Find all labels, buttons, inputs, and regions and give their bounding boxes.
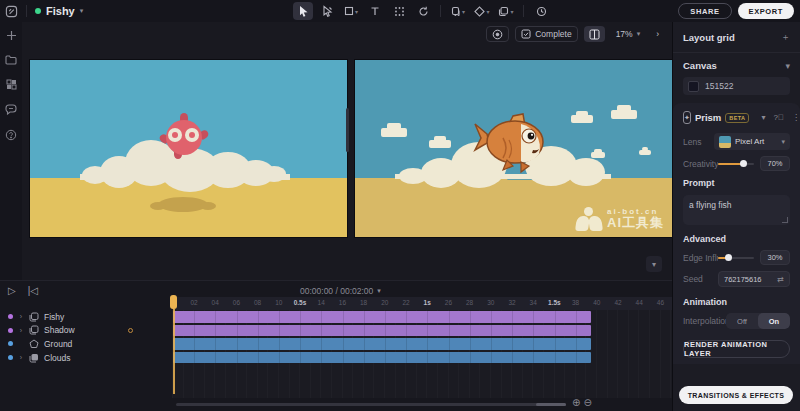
render-canvas-frame[interactable]: ai-bot.cn AI工具集 <box>355 60 672 237</box>
canvas-scrollbar[interactable] <box>346 108 349 152</box>
track-row[interactable]: Ground <box>0 337 172 351</box>
cloud <box>567 158 605 186</box>
timeline-lane[interactable] <box>172 310 672 398</box>
skip-start-button[interactable]: |◁ <box>28 285 38 296</box>
add-icon[interactable]: ＋ <box>781 31 790 44</box>
ruler-tick: 14 <box>311 299 331 306</box>
edge-influence-slider[interactable] <box>718 257 754 259</box>
prism-header[interactable]: ✦ Prism BETA ▾ ?⃝ ⋮ <box>673 103 800 130</box>
app-logo-icon[interactable] <box>0 5 22 18</box>
history-tool[interactable] <box>531 2 551 20</box>
ruler-tick: 34 <box>523 299 543 306</box>
render-animation-layer-button[interactable]: RENDER ANIMATION LAYER <box>683 340 790 358</box>
ruler-tick: 28 <box>460 299 480 306</box>
direct-select-tool[interactable] <box>317 2 337 20</box>
source-canvas-frame[interactable] <box>30 60 347 237</box>
rotate-tool[interactable] <box>413 2 433 20</box>
expand-chevron-icon[interactable]: › <box>18 327 24 334</box>
track-name: Clouds <box>44 353 70 363</box>
transitions-effects-button[interactable]: TRANSITIONS & EFFECTS <box>679 386 793 404</box>
kebab-menu-icon[interactable]: ⋮ <box>792 113 800 122</box>
folder-icon[interactable] <box>5 55 17 65</box>
select-tool[interactable] <box>293 2 313 20</box>
timeline-clip-bar[interactable] <box>173 352 591 364</box>
shuffle-icon[interactable]: ⇄ <box>777 275 784 284</box>
timeline-clip-bar[interactable] <box>173 311 591 323</box>
share-button[interactable]: SHARE <box>678 3 731 19</box>
transport-controls: ▷ |◁ <box>8 285 38 296</box>
diamond-tool[interactable]: ▾ <box>472 2 492 20</box>
timeline-scroll-handle[interactable] <box>536 403 566 406</box>
track-row[interactable]: ›Fishy <box>0 310 172 324</box>
timeline-ruler[interactable]: 02040608100.5s14161820221s26283032341.5s… <box>172 297 672 310</box>
project-status-dot <box>35 8 41 14</box>
text-tool[interactable] <box>365 2 385 20</box>
help-icon[interactable]: ?⃝ <box>773 113 783 122</box>
help-icon[interactable] <box>5 129 17 141</box>
split-view-button[interactable] <box>584 26 605 42</box>
cloud <box>639 150 651 155</box>
track-row[interactable]: ›Clouds <box>0 351 172 365</box>
transform-tool[interactable] <box>389 2 409 20</box>
time-display-dropdown[interactable]: 00:00:00 / 00:02:00 ▾ <box>300 286 381 296</box>
cloud-base <box>395 174 611 179</box>
expand-chevron-icon[interactable]: › <box>18 313 24 320</box>
play-button[interactable]: ▷ <box>8 285 16 296</box>
ruler-tick: 08 <box>248 299 268 306</box>
track-row[interactable]: ›Shadow <box>0 324 172 338</box>
cloud <box>591 152 605 158</box>
canvas-section-header[interactable]: Canvas ▾ <box>683 60 790 71</box>
toolbar-divider <box>440 5 441 17</box>
layout-grid-title: Layout grid <box>683 32 735 43</box>
canvas-workspace[interactable]: Complete 17% ▾ › <box>22 22 672 280</box>
expand-chevron-icon[interactable]: › <box>18 354 24 361</box>
properties-panel: Layout grid ＋ Canvas ▾ 151522 ✦ Prism BE… <box>672 22 800 411</box>
collapse-panel-button[interactable]: ▾ <box>646 256 662 272</box>
timeline-scrollbar[interactable] <box>176 403 566 406</box>
layers-tool[interactable]: ▾ <box>496 2 516 20</box>
beta-badge: BETA <box>725 113 749 123</box>
ruler-tick: 02 <box>184 299 204 306</box>
complete-mode-button[interactable]: Complete <box>515 26 577 42</box>
add-icon[interactable] <box>6 30 17 41</box>
prompt-label: Prompt <box>673 174 800 191</box>
ruler-tick: 22 <box>396 299 416 306</box>
chevron-down-icon: ▾ <box>355 8 358 15</box>
frames-icon[interactable] <box>6 79 17 90</box>
app-window: Fishy ▾ ▾ ▾ ▾ ▾ SHARE EXPORT <box>0 0 800 411</box>
playhead-handle[interactable] <box>170 295 177 309</box>
comment-icon[interactable] <box>5 104 17 115</box>
creativity-slider[interactable] <box>718 163 754 165</box>
project-menu[interactable]: Fishy ▾ <box>31 5 87 17</box>
snapshot-button[interactable] <box>486 26 509 42</box>
creativity-value[interactable]: 70% <box>760 156 790 171</box>
rectangle-tool[interactable]: ▾ <box>341 2 361 20</box>
zoom-out-icon[interactable]: ⊖ <box>583 397 591 408</box>
seed-input[interactable]: 762175616 ⇄ <box>718 271 790 287</box>
ruler-tick: 42 <box>608 299 628 306</box>
keyframe-indicator[interactable] <box>128 328 133 333</box>
timeline-clip-bar[interactable] <box>173 338 591 350</box>
track-color-dot <box>8 314 13 319</box>
creativity-row: Creativity 70% <box>673 153 800 174</box>
zoom-dropdown[interactable]: 17% ▾ <box>611 26 646 42</box>
canvas-hex-value: 151522 <box>705 81 733 91</box>
ruler-tick: 46 <box>650 299 670 306</box>
panel-next-button[interactable]: › <box>651 26 664 42</box>
timeline-clip-bar[interactable] <box>173 325 591 337</box>
frame-tool[interactable]: ▾ <box>448 2 468 20</box>
layout-grid-row[interactable]: Layout grid ＋ <box>673 22 800 52</box>
interpolation-on-option[interactable]: On <box>758 313 790 329</box>
zoom-in-icon[interactable]: ⊕ <box>572 397 580 408</box>
interpolation-off-option[interactable]: Off <box>726 313 758 329</box>
color-swatch[interactable] <box>688 81 699 92</box>
chevron-down-icon[interactable]: ▾ <box>761 113 765 122</box>
creativity-label: Creativity <box>683 159 718 169</box>
edge-influence-value[interactable]: 30% <box>760 250 790 265</box>
prism-title: Prism <box>695 112 721 123</box>
chevron-down-icon: ▾ <box>80 7 84 15</box>
canvas-color-input[interactable]: 151522 <box>683 77 790 95</box>
export-button[interactable]: EXPORT <box>738 3 794 19</box>
prompt-textarea[interactable]: a flying fish <box>683 195 790 225</box>
lens-dropdown[interactable]: Pixel Art ▾ <box>714 133 790 150</box>
